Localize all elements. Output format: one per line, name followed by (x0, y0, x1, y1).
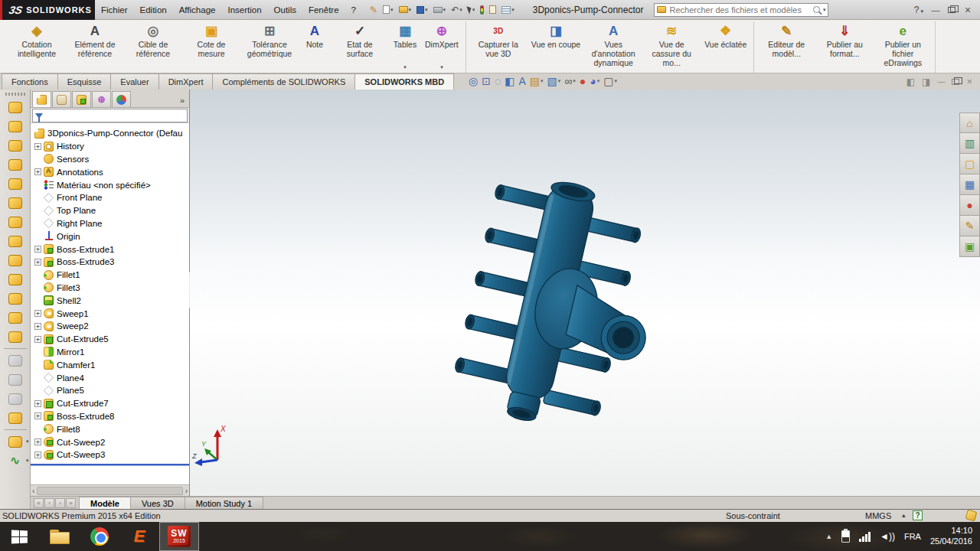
menu-affichage[interactable]: Affichage (173, 0, 222, 20)
feature-tool-3[interactable] (6, 157, 24, 172)
taskpane-solidworks-resources[interactable]: ▥ (959, 133, 980, 154)
zoom-to-fit-button[interactable]: ◎ (469, 75, 478, 87)
tab-nav-last[interactable]: » (66, 498, 76, 508)
tree-item-cut-extrude5[interactable]: +Cut-Extrude5 (31, 333, 189, 346)
model-3d[interactable] (190, 90, 980, 496)
ribbon-datum-feature[interactable]: AElément de référence (66, 21, 124, 72)
tab-dimxpertmanager[interactable]: ⊕ (92, 91, 111, 107)
tree-root-item[interactable]: 3Dponics-Pump-Connector (Defau (31, 127, 189, 140)
tree-item-front-plane[interactable]: Front Plane (31, 191, 189, 204)
tree-item-annotations[interactable]: +Annotations (31, 165, 189, 178)
tree-item-origin[interactable]: Origin (31, 230, 189, 243)
feature-tool-9[interactable] (6, 272, 24, 287)
expand-icon[interactable]: + (34, 412, 41, 419)
ribbon-capture-3d-view[interactable]: 3DCapturer la vue 3D (469, 21, 528, 72)
menu-outils[interactable]: Outils (268, 0, 302, 20)
ribbon-geometric-tolerance[interactable]: ⊞Tolérance géométrique (240, 21, 299, 72)
dropdown-caret-icon[interactable]: ▾ (26, 458, 29, 464)
rebuild-button[interactable] (479, 5, 485, 15)
menu-edition[interactable]: Edition (134, 0, 173, 20)
graphics-viewport[interactable]: X Y Z ⌂▥▢▦●✎▣ (190, 90, 980, 496)
tree-item-history[interactable]: +History (31, 140, 189, 153)
tab-solidworks-mbd[interactable]: SOLIDWORKS MBD (354, 73, 454, 90)
tab-configurationmanager[interactable] (72, 91, 91, 107)
language-indicator[interactable]: FRA (904, 532, 921, 541)
feature-tool-0[interactable] (6, 99, 24, 115)
feature-tool-7[interactable] (6, 233, 24, 249)
expand-icon[interactable]: + (34, 400, 41, 407)
dropdown-caret-icon[interactable]: ▾ (440, 64, 443, 72)
split-pane-right-icon[interactable]: ◨ (922, 77, 930, 87)
ribbon-section-view[interactable]: ◨Vue en coupe (528, 21, 584, 72)
expand-icon[interactable]: + (34, 336, 41, 343)
open-button[interactable]: ▾ (397, 5, 413, 14)
minimize-button[interactable]: — (929, 5, 942, 15)
expand-icon[interactable]: + (34, 259, 41, 266)
tab-esquisse[interactable]: Esquisse (57, 73, 112, 90)
tree-horizontal-scrollbar[interactable]: ‹ › (31, 484, 189, 496)
battery-icon[interactable] (841, 530, 850, 543)
dropdown-caret-icon[interactable]: ▾ (597, 78, 600, 84)
feature-tool-11[interactable] (6, 310, 24, 325)
feature-tool-6[interactable] (6, 214, 24, 230)
doc-close-button[interactable]: × (966, 76, 972, 87)
taskbar-solidworks[interactable]: SW 2015 (159, 522, 199, 551)
tree-item-fillet8[interactable]: Fillet8 (31, 422, 189, 435)
taskpane-design-library[interactable]: ▢ (959, 154, 980, 174)
tree-item-boss-extrude1[interactable]: +Boss-Extrude1 (31, 243, 189, 256)
tree-item-fillet3[interactable]: Fillet3 (31, 282, 189, 295)
taskpane-solidworks-forum[interactable]: ▣ (959, 236, 980, 257)
restore-button[interactable] (948, 7, 956, 13)
tree-item-right-plane[interactable]: Right Plane (31, 217, 189, 230)
dropdown-caret-icon[interactable]: ▾ (541, 78, 544, 84)
split-pane-left-icon[interactable]: ◧ (906, 77, 915, 87)
save-button[interactable]: ▾ (415, 5, 430, 15)
status-units[interactable]: MMGS (865, 511, 891, 520)
ribbon-note[interactable]: ANote (299, 21, 331, 72)
tree-item-mat-riau-non-sp-cifi-[interactable]: Matériau <non spécifié> (31, 178, 189, 191)
tree-filter-input[interactable] (46, 111, 185, 120)
taskbar-file-explorer[interactable] (40, 522, 80, 551)
feature-tool-19[interactable]: ▾ (6, 434, 24, 449)
tab-nav-prev[interactable]: ‹ (44, 498, 54, 508)
tree-item-sweep1[interactable]: +Sweep1 (31, 307, 189, 320)
scroll-right-arrow[interactable]: › (185, 487, 188, 495)
new-document-button[interactable]: ▾ (381, 5, 395, 15)
menu-insertion[interactable]: Insertion (221, 0, 267, 20)
feature-tool-10[interactable] (6, 291, 24, 306)
ribbon-exploded-view[interactable]: ❖Vue éclatée (701, 21, 750, 72)
appearance-ball-button[interactable]: ● (580, 75, 586, 87)
units-caret[interactable]: ▴ (902, 511, 906, 519)
scroll-left-arrow[interactable]: ‹ (32, 487, 34, 495)
tree-item-plane5[interactable]: Plane5 (31, 384, 189, 397)
ribbon-measure-dimension[interactable]: ▣Cote de mesure (182, 21, 240, 72)
tree-item-boss-extrude8[interactable]: +Boss-Extrude8 (31, 410, 189, 423)
scrollbar-thumb[interactable] (37, 487, 182, 495)
model-tab-vues-3d[interactable]: Vues 3D (130, 497, 185, 509)
taskpane-appearances-scenes[interactable]: ● (959, 195, 980, 216)
start-button[interactable] (0, 522, 40, 551)
view-orientation-button[interactable]: ▧▾ (547, 75, 561, 87)
tab-featuremanager[interactable] (32, 91, 51, 107)
ribbon-template-editor[interactable]: ✎Editeur de modèl... (757, 21, 815, 72)
model-tab-mod-le[interactable]: Modèle (79, 497, 131, 509)
menu-fenêtre[interactable]: Fenêtre (302, 0, 345, 20)
section-view-button[interactable]: ◧ (505, 75, 514, 87)
dropdown-caret-icon[interactable]: ▾ (26, 439, 29, 445)
sketch-button[interactable]: ✎ (368, 4, 379, 16)
reference-triad[interactable]: X Y Z (191, 422, 240, 471)
tree-item-cut-extrude7[interactable]: +Cut-Extrude7 (31, 397, 189, 410)
tab-fonctions[interactable]: Fonctions (2, 73, 58, 90)
taskpane-file-explorer[interactable]: ▦ (959, 174, 980, 195)
tab-evaluer[interactable]: Evaluer (110, 73, 158, 90)
doc-minimize-button[interactable]: — (937, 77, 945, 86)
ribbon-break-view[interactable]: ≋Vue de cassure du mo... (642, 21, 701, 72)
feature-tool-16[interactable] (6, 391, 24, 406)
display-style-button[interactable]: ∞▾ (564, 75, 576, 87)
undo-button[interactable]: ↶▾ (449, 5, 464, 15)
tab-compl-ments-de-solidworks[interactable]: Compléments de SOLIDWORKS (212, 73, 355, 90)
search-box[interactable]: ▾ (654, 3, 828, 17)
taskpane-home[interactable]: ⌂ (959, 112, 980, 133)
tab-displaymanager[interactable] (112, 91, 131, 107)
help-button[interactable]: ? ▾ (914, 5, 923, 15)
